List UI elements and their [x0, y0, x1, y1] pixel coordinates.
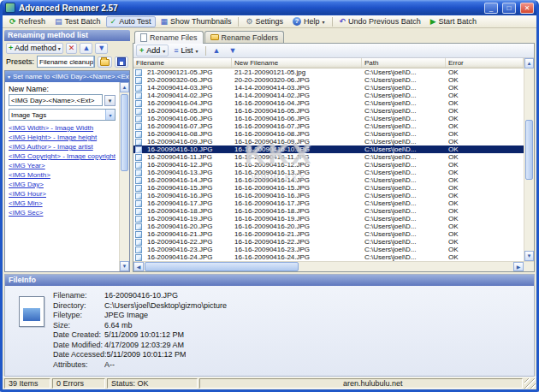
move-item-down-button[interactable]: ▼ [226, 45, 240, 56]
table-row[interactable]: 16-20090416-15.JPG16-16-20090416-15.JPGC… [133, 184, 524, 192]
tag-picker-button[interactable]: ▾ [104, 95, 116, 106]
fileinfo-label: Directory: [53, 301, 104, 312]
table-row[interactable]: 16-20090416-11.JPG16-16-20090416-11.JPGC… [133, 153, 524, 161]
table-row[interactable]: 16-20090416-05.JPG16-16-20090416-05.JPGC… [133, 107, 524, 115]
table-row[interactable]: 16-20090416-20.JPG16-16-20090416-20.JPGC… [133, 223, 524, 230]
horizontal-scrollbar[interactable]: ◀ ▶ [133, 261, 534, 271]
scroll-right-icon[interactable]: ▶ [513, 262, 524, 271]
table-cell: C:\Users\joel\D... [362, 192, 446, 199]
table-row[interactable]: 16-20090416-09.JPG16-16-20090416-09.JPGC… [133, 138, 524, 146]
table-row[interactable]: 20-20090320-06.JPG20-20-20090320-06.JPGC… [133, 76, 524, 84]
delete-method-button[interactable]: ✕ [66, 43, 78, 54]
table-row[interactable]: 16-20090416-12.JPG16-16-20090416-12.JPGC… [133, 161, 524, 169]
tab-rename-files[interactable]: Rename Files [134, 31, 204, 44]
table-cell: 16-16-20090416-24.JPG [232, 253, 362, 261]
title-bar[interactable]: Advanced Renamer 2.57 _ □ ✕ [3, 0, 536, 15]
tag-link[interactable]: <IMG Min> [9, 199, 116, 208]
table-row[interactable]: 14-20090414-03.JPG14-14-20090414-03.JPGC… [133, 84, 524, 92]
tag-link[interactable]: <IMG Author> - Image artist [9, 142, 116, 151]
table-row[interactable]: 16-20090416-19.JPG16-16-20090416-19.JPGC… [133, 215, 524, 223]
undo-previous-batch-button[interactable]: ↶ Undo Previous Batch [335, 16, 425, 27]
folder-icon [210, 34, 219, 40]
method-title-bar[interactable]: ▾ Set name to <IMG Day>-<Name>.<Ext> [5, 71, 129, 82]
table-row[interactable]: 16-20090416-23.JPG16-16-20090416-23.JPGC… [133, 246, 524, 253]
scroll-thumb[interactable] [121, 94, 128, 171]
table-row[interactable]: 16-20090416-14.JPG16-16-20090416-14.JPGC… [133, 176, 524, 184]
scroll-left-icon[interactable]: ◀ [133, 262, 144, 271]
add-files-button[interactable]: + Add ▾ [136, 45, 169, 56]
tag-link[interactable]: <IMG Width> - Image Width [9, 123, 116, 133]
show-thumbnails-toggle[interactable]: ▦ Show Thumbnails [157, 16, 236, 27]
minimize-button[interactable]: _ [484, 3, 498, 14]
auto-test-toggle[interactable]: ✓ Auto Test [106, 16, 156, 27]
table-cell: 16-16-20090416-22.JPG [232, 238, 362, 246]
tag-link[interactable]: <IMG Sec> [9, 208, 116, 217]
table-cell: 16-20090416-18.JPG [145, 207, 232, 215]
table-cell: 16-20090416-13.JPG [145, 169, 232, 176]
settings-button[interactable]: ⚙ Settings [241, 16, 287, 27]
tag-link[interactable]: <IMG Year> [9, 161, 116, 170]
scroll-down-icon[interactable]: ▼ [120, 261, 129, 271]
tag-link[interactable]: <IMG Height> - Image height [9, 133, 116, 142]
close-button[interactable]: ✕ [520, 3, 534, 14]
tag-link[interactable]: <IMG Copyright> - Image copyright [9, 151, 116, 161]
table-cell: C:\Users\joel\D... [362, 107, 446, 115]
move-item-up-button[interactable]: ▲ [210, 45, 224, 56]
table-row[interactable]: 16-20090416-21.JPG16-16-20090416-21.JPGC… [133, 230, 524, 238]
add-method-button[interactable]: + Add method ▾ [6, 43, 63, 54]
table-row[interactable]: 16-20090416-07.JPG16-16-20090416-07.JPGC… [133, 122, 524, 130]
move-method-down-button[interactable]: ▼ [95, 43, 108, 54]
table-cell: 16-16-20090416-07.JPG [232, 122, 362, 130]
tag-link[interactable]: <IMG Hour> [9, 189, 116, 199]
save-preset-button[interactable] [115, 56, 128, 68]
column-header-filename[interactable]: Filename [133, 58, 232, 68]
method-box: ▾ Set name to <IMG Day>-<Name>.<Ext> New… [4, 70, 130, 272]
help-button[interactable]: ? Help ▾ [288, 16, 329, 27]
tag-category-dropdown[interactable]: Image Tags ▾ [9, 109, 116, 121]
table-row[interactable]: 16-20090416-16.JPG16-16-20090416-16.JPGC… [133, 192, 524, 199]
column-header-new-filename[interactable]: New Filename [232, 58, 362, 68]
file-list-scrollbar[interactable]: ▲ ▼ [524, 58, 534, 261]
table-row[interactable]: 16-20090416-10.JPG16-16-20090416-10.JPGC… [133, 146, 524, 153]
maximize-button[interactable]: □ [502, 3, 516, 14]
test-batch-button[interactable]: ▤ Test Batch [50, 16, 105, 27]
table-cell: 16-16-20090416-05.JPG [232, 107, 362, 115]
scroll-down-icon[interactable]: ▼ [524, 251, 534, 261]
load-preset-button[interactable] [98, 56, 112, 68]
new-name-input[interactable] [9, 94, 103, 106]
refresh-button[interactable]: ⟳ Refresh [5, 16, 50, 27]
fileinfo-value: JPEG Image [104, 311, 148, 321]
scroll-track[interactable] [524, 68, 534, 251]
list-menu-button[interactable]: ≡ List ▾ [170, 45, 201, 56]
table-row[interactable]: 21-20090121-05.JPG21-21-20090121-05.jpgC… [133, 68, 524, 76]
column-header-error[interactable]: Error [446, 58, 524, 68]
test-batch-label: Test Batch [65, 17, 101, 26]
table-row[interactable]: 16-20090416-24.JPG16-16-20090416-24.JPGC… [133, 253, 524, 261]
presets-dropdown[interactable]: Filename cleanup ▾ [37, 56, 95, 68]
method-scrollbar[interactable]: ▲ ▼ [119, 82, 129, 271]
scroll-up-icon[interactable]: ▲ [120, 82, 129, 92]
table-row[interactable]: 16-20090416-06.JPG16-16-20090416-06.JPGC… [133, 115, 524, 122]
start-batch-button[interactable]: ▶ Start Batch [426, 16, 481, 27]
scroll-track[interactable] [299, 262, 513, 271]
status-site-link[interactable]: aren.hulubulu.net [204, 379, 403, 388]
table-row[interactable]: 16-20090416-18.JPG16-16-20090416-18.JPGC… [133, 207, 524, 215]
fileinfo-value: 5/11/2009 10:01:12 PM [104, 330, 184, 341]
table-cell: C:\Users\joel\D... [362, 184, 446, 192]
tag-link[interactable]: <IMG Month> [9, 170, 116, 180]
tag-link[interactable]: <IMG Day> [9, 180, 116, 189]
table-row[interactable]: 16-20090416-08.JPG16-16-20090416-08.JPGC… [133, 130, 524, 138]
scroll-up-icon[interactable]: ▲ [524, 58, 534, 68]
resize-grip[interactable] [524, 378, 536, 389]
column-header-path[interactable]: Path [362, 58, 446, 68]
scroll-track[interactable] [120, 92, 129, 261]
table-row[interactable]: 16-20090416-04.JPG16-16-20090416-04.JPGC… [133, 99, 524, 107]
move-method-up-button[interactable]: ▲ [80, 43, 92, 54]
table-row[interactable]: 16-20090416-13.JPG16-16-20090416-13.JPGC… [133, 169, 524, 176]
table-row[interactable]: 16-20090416-17.JPG16-16-20090416-17.JPGC… [133, 199, 524, 207]
scroll-thumb[interactable] [525, 120, 533, 180]
scroll-thumb[interactable] [145, 262, 299, 271]
table-row[interactable]: 14-20090414-02.JPG14-14-20090414-02.JPGC… [133, 92, 524, 99]
tab-rename-folders[interactable]: Rename Folders [204, 31, 285, 43]
table-row[interactable]: 16-20090416-22.JPG16-16-20090416-22.JPGC… [133, 238, 524, 246]
